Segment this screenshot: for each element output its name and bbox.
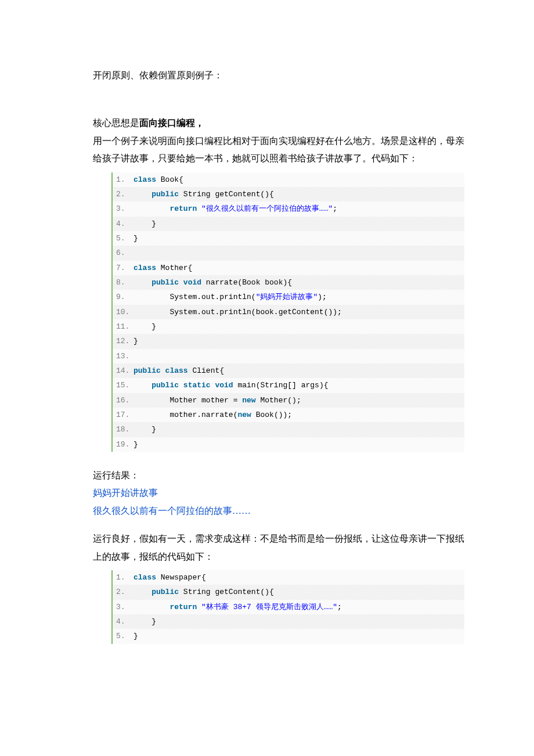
core-idea: 核心思想是面向接口编程， bbox=[93, 114, 464, 132]
code-line: 2. public String getContent(){ bbox=[113, 187, 464, 201]
code-content: public String getContent(){ bbox=[134, 187, 283, 201]
code-line: 16. Mother mother = new Mother(); bbox=[113, 393, 464, 408]
line-number: 13. bbox=[113, 349, 134, 363]
code-line: 12.} bbox=[113, 334, 464, 348]
line-number: 18. bbox=[113, 422, 134, 437]
line-number: 15. bbox=[113, 378, 134, 393]
code-content: public static void main(String[] args){ bbox=[134, 378, 337, 393]
code-content: public void narrate(Book book){ bbox=[134, 275, 301, 290]
code-line: 7.class Mother{ bbox=[113, 261, 464, 275]
code-line: 15. public static void main(String[] arg… bbox=[113, 378, 464, 393]
line-number: 1. bbox=[113, 570, 134, 585]
core-idea-prefix: 核心思想是 bbox=[93, 118, 139, 128]
line-number: 16. bbox=[113, 393, 134, 408]
code-line: 17. mother.narrate(new Book()); bbox=[113, 408, 464, 422]
code-block-2: 1.class Newspaper{ 2. public String getC… bbox=[111, 570, 464, 644]
code-line: 18. } bbox=[113, 422, 464, 437]
code-line: 2. public String getContent(){ bbox=[113, 585, 464, 599]
line-number: 3. bbox=[113, 600, 134, 614]
output-line-1: 妈妈开始讲故事 bbox=[93, 484, 464, 502]
code-line: 4. } bbox=[113, 614, 464, 629]
output-label: 运行结果： bbox=[93, 467, 464, 484]
line-number: 17. bbox=[113, 408, 134, 422]
code-content bbox=[134, 349, 143, 363]
mid-paragraph: 运行良好，假如有一天，需求变成这样：不是给书而是给一份报纸，让这位母亲讲一下报纸… bbox=[93, 530, 464, 566]
code-line: 11. } bbox=[113, 319, 464, 334]
spacer bbox=[93, 520, 464, 530]
line-number: 9. bbox=[113, 290, 134, 304]
code-content: System.out.println(book.getContent()); bbox=[134, 305, 351, 319]
line-number: 3. bbox=[113, 201, 134, 216]
code-content: } bbox=[134, 437, 147, 452]
code-content: } bbox=[134, 217, 165, 231]
code-line: 13. bbox=[113, 349, 464, 363]
line-number: 12. bbox=[113, 334, 134, 348]
code-content: mother.narrate(new Book()); bbox=[134, 408, 301, 422]
code-line: 3. return "林书豪 38+7 领导尼克斯击败湖人……"; bbox=[113, 600, 464, 614]
code-content: return "很久很久以前有一个阿拉伯的故事……"; bbox=[134, 201, 347, 216]
line-number: 6. bbox=[113, 246, 134, 260]
code-content: class Book{ bbox=[134, 172, 192, 187]
line-number: 4. bbox=[113, 217, 134, 231]
code-line: 14.public class Client{ bbox=[113, 363, 464, 378]
code-content: class Mother{ bbox=[134, 261, 201, 275]
line-number: 11. bbox=[113, 319, 134, 334]
code-content: public class Client{ bbox=[134, 363, 233, 378]
code-line: 10. System.out.println(book.getContent()… bbox=[113, 305, 464, 319]
code-content: class Newspaper{ bbox=[134, 570, 215, 585]
code-content: } bbox=[134, 231, 147, 246]
code-content: } bbox=[134, 422, 165, 437]
code-line: 5.} bbox=[113, 629, 464, 643]
code-content: } bbox=[134, 334, 147, 348]
output-line-2: 很久很久以前有一个阿拉伯的故事…… bbox=[93, 502, 464, 520]
code-line: 1.class Newspaper{ bbox=[113, 570, 464, 585]
code-line: 6. bbox=[113, 246, 464, 260]
line-number: 5. bbox=[113, 629, 134, 643]
code-line: 19.} bbox=[113, 437, 464, 452]
code-block-1: 1.class Book{ 2. public String getConten… bbox=[111, 172, 464, 452]
line-number: 10. bbox=[113, 305, 134, 319]
line-number: 5. bbox=[113, 231, 134, 246]
code-content: } bbox=[134, 614, 165, 629]
core-idea-bold: 面向接口编程， bbox=[139, 118, 204, 128]
code-content: public String getContent(){ bbox=[134, 585, 283, 599]
intro-title: 开闭原则、依赖倒置原则例子： bbox=[93, 67, 464, 84]
scenario-description: 用一个例子来说明面向接口编程比相对于面向实现编程好在什么地方。场景是这样的，母亲… bbox=[93, 132, 464, 168]
code-line: 8. public void narrate(Book book){ bbox=[113, 275, 464, 290]
line-number: 8. bbox=[113, 275, 134, 290]
line-number: 2. bbox=[113, 585, 134, 599]
line-number: 14. bbox=[113, 363, 134, 378]
code-content: return "林书豪 38+7 领导尼克斯击败湖人……"; bbox=[134, 600, 351, 614]
code-content: } bbox=[134, 629, 147, 643]
line-number: 7. bbox=[113, 261, 134, 275]
line-number: 1. bbox=[113, 172, 134, 187]
code-line: 9. System.out.println("妈妈开始讲故事"); bbox=[113, 290, 464, 304]
line-number: 19. bbox=[113, 437, 134, 452]
code-line: 5.} bbox=[113, 231, 464, 246]
code-content: } bbox=[134, 319, 165, 334]
code-content: Mother mother = new Mother(); bbox=[134, 393, 310, 408]
spacer bbox=[93, 456, 464, 467]
code-line: 3. return "很久很久以前有一个阿拉伯的故事……"; bbox=[113, 201, 464, 216]
line-number: 2. bbox=[113, 187, 134, 201]
code-content bbox=[134, 246, 143, 260]
code-content: System.out.println("妈妈开始讲故事"); bbox=[134, 290, 335, 304]
code-line: 4. } bbox=[113, 217, 464, 231]
code-line: 1.class Book{ bbox=[113, 172, 464, 187]
spacer bbox=[93, 84, 464, 114]
line-number: 4. bbox=[113, 614, 134, 629]
